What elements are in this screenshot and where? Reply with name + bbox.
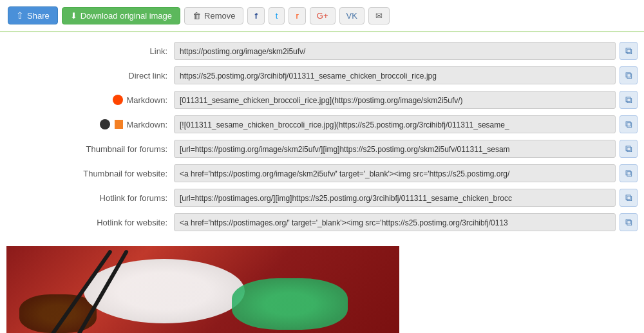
- links-section: Link: https://postimg.org/image/skm2i5uf…: [0, 32, 644, 241]
- vk-button[interactable]: VK: [339, 7, 365, 24]
- link-input-hotlink-forums[interactable]: [url=https://postimages.org/][img]https:…: [174, 189, 616, 207]
- link-row-hotlink-forums: Hotlink for forums: [url=https://postima…: [0, 186, 644, 210]
- food-image: [6, 246, 399, 333]
- link-row-link: Link: https://postimg.org/image/skm2i5uf…: [0, 39, 644, 63]
- email-button[interactable]: ✉: [368, 7, 390, 24]
- github-icon: [100, 119, 110, 129]
- link-label-thumbnail-forums: Thumbnail for forums:: [6, 144, 174, 154]
- link-input-direct[interactable]: https://s25.postimg.org/3rcihibfj/011311…: [174, 66, 616, 84]
- copy-icon-thumbnail-website: ⧉: [625, 167, 632, 179]
- link-row-thumbnail-forums: Thumbnail for forums: [url=https://posti…: [0, 137, 644, 161]
- link-label-thumbnail-website: Thumbnail for website:: [6, 169, 174, 178]
- image-preview: [0, 246, 644, 333]
- link-label-link: Link:: [6, 46, 174, 56]
- copy-icon-markdown-github: ⧉: [625, 119, 632, 130]
- link-label-markdown-reddit: Markdown:: [6, 95, 174, 105]
- copy-icon: ⧉: [625, 45, 632, 57]
- copy-button-hotlink-forums[interactable]: ⧉: [620, 189, 638, 207]
- remove-button[interactable]: 🗑 Remove: [184, 7, 243, 24]
- copy-button-link[interactable]: ⧉: [620, 42, 638, 60]
- download-icon: ⬇: [70, 11, 77, 21]
- share-button[interactable]: ⇧ Share: [8, 6, 58, 24]
- remove-icon: 🗑: [193, 11, 201, 21]
- copy-button-hotlink-website[interactable]: ⧉: [620, 213, 638, 231]
- link-row-hotlink-website: Hotlink for website: <a href='https://po…: [0, 210, 644, 234]
- remove-label: Remove: [204, 11, 235, 21]
- share-icon: ⇧: [16, 10, 24, 21]
- copy-icon-hotlink-forums: ⧉: [625, 192, 632, 204]
- googleplus-button[interactable]: G+: [310, 7, 336, 24]
- copy-icon-markdown-reddit: ⧉: [625, 94, 632, 106]
- copy-button-markdown-github[interactable]: ⧉: [620, 115, 638, 133]
- link-input-markdown-github[interactable]: [![011311_sesame_chicken_broccoli_rice.j…: [174, 115, 616, 133]
- link-input-thumbnail-forums[interactable]: [url=https://postimg.org/image/skm2i5ufv…: [174, 140, 616, 158]
- share-label: Share: [27, 11, 50, 21]
- toolbar: ⇧ Share ⬇ Download original image 🗑 Remo…: [0, 0, 644, 32]
- stack-icon: [115, 120, 123, 129]
- link-row-direct: Direct link: https://s25.postimg.org/3rc…: [0, 63, 644, 88]
- link-input-hotlink-website[interactable]: <a href='https://postimages.org/' target…: [174, 213, 616, 231]
- copy-button-markdown-reddit[interactable]: ⧉: [620, 91, 638, 109]
- copy-button-thumbnail-website[interactable]: ⧉: [620, 164, 638, 182]
- link-row-markdown-reddit: Markdown: [011311_sesame_chicken_broccol…: [0, 88, 644, 112]
- link-label-markdown-github: Markdown:: [6, 119, 174, 129]
- reddit-icon: [113, 95, 123, 105]
- download-button[interactable]: ⬇ Download original image: [62, 7, 180, 24]
- reddit-button[interactable]: r: [289, 7, 305, 24]
- link-label-direct: Direct link:: [6, 71, 174, 81]
- facebook-button[interactable]: f: [247, 7, 264, 24]
- link-row-thumbnail-website: Thumbnail for website: <a href='https://…: [0, 161, 644, 186]
- download-label: Download original image: [80, 11, 172, 21]
- copy-icon-thumbnail-forums: ⧉: [625, 143, 632, 155]
- food-green: [232, 278, 348, 330]
- twitter-button[interactable]: t: [269, 7, 285, 24]
- copy-button-direct[interactable]: ⧉: [620, 66, 638, 84]
- link-row-markdown-github: Markdown: [![011311_sesame_chicken_brocc…: [0, 112, 644, 137]
- link-label-hotlink-website: Hotlink for website:: [6, 218, 174, 227]
- link-input-markdown-reddit[interactable]: [011311_sesame_chicken_broccoli_rice.jpg…: [174, 91, 616, 109]
- link-input-thumbnail-website[interactable]: <a href='https://postimg.org/image/skm2i…: [174, 164, 616, 182]
- copy-button-thumbnail-forums[interactable]: ⧉: [620, 140, 638, 158]
- link-label-hotlink-forums: Hotlink for forums:: [6, 193, 174, 203]
- food-rice: [84, 259, 245, 323]
- copy-icon-hotlink-website: ⧉: [625, 216, 632, 228]
- copy-icon-direct: ⧉: [625, 70, 632, 81]
- link-input-link[interactable]: https://postimg.org/image/skm2i5ufv/: [174, 42, 616, 60]
